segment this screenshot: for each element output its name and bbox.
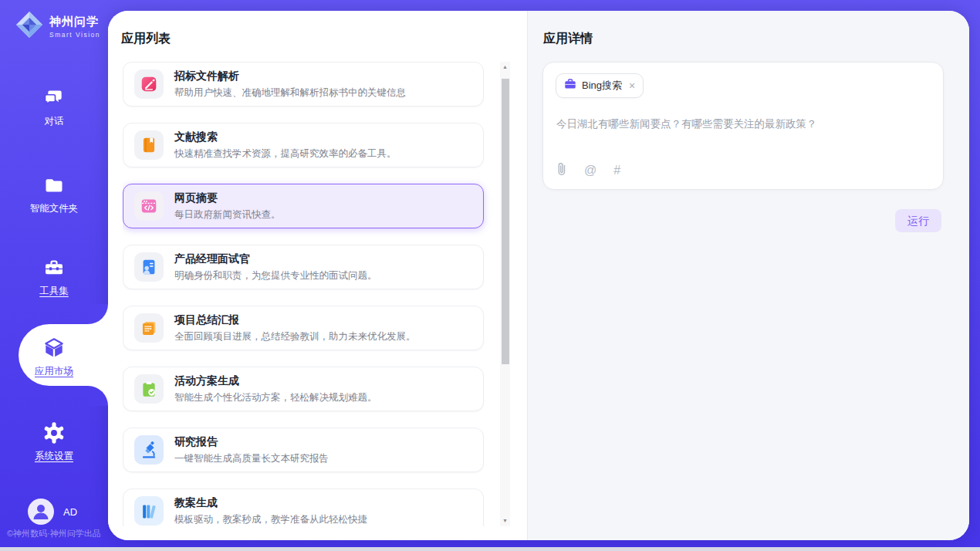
sidebar: 神州问学 Smart Vision 对话智能文件夹工具集应用市场系统设置 AD … [0,0,108,551]
app-card-description: 帮助用户快速、准确地理解和解析招标书中的关键信息 [174,86,406,100]
gear-icon [0,421,108,445]
app-card-title: 研究报告 [174,435,329,449]
browser-code-icon [134,191,164,221]
sticky-note-icon [134,313,164,343]
tool-tag-label: Bing搜索 [582,79,622,93]
app-card-description: 一键智能生成高质量长文本研究报告 [174,452,329,465]
main-content: 应用列表 招标文件解析帮助用户快速、准确地理解和解析招标书中的关键信息文献搜索快… [108,11,969,540]
run-button[interactable]: 运行 [895,209,941,232]
app-card-description: 模板驱动，教案秒成，教学准备从此轻松快捷 [174,513,367,526]
app-card-title: 教案生成 [174,496,367,510]
hash-icon[interactable]: # [613,163,620,178]
brand-subtitle: Smart Vision [49,31,100,39]
window-bottom-edge [0,547,980,551]
app-card-list: 招标文件解析帮助用户快速、准确地理解和解析招标书中的关键信息文献搜索快速精准查找… [123,62,499,526]
app-card[interactable]: 产品经理面试官明确身份和职责，为您提供专业性的面试问题。 [123,245,484,289]
sidebar-item-gear[interactable]: 系统设置 [0,421,108,463]
prompt-input-card: Bing搜索 × 今日湖北有哪些新闻要点？有哪些需要关注的最新政策？ @ # [542,62,944,190]
chat-icon [0,86,108,110]
app-list-title: 应用列表 [121,31,171,47]
microscope-icon [134,435,164,465]
app-card-description: 智能生成个性化活动方案，轻松解决规划难题。 [174,391,377,404]
briefcase-icon [564,78,576,93]
app-card[interactable]: 网页摘要每日政府新闻资讯快查。 [123,184,484,228]
app-card-title: 网页摘要 [174,191,281,205]
sidebar-item-folder[interactable]: 智能文件夹 [0,174,108,215]
app-card-title: 文献搜索 [174,130,397,144]
app-card-description: 快速精准查找学术资源，提高研究效率的必备工具。 [174,147,397,161]
mention-icon[interactable]: @ [584,163,596,178]
scroll-up-arrow[interactable]: ▲ [500,63,510,72]
avatar[interactable] [28,499,54,525]
cube-icon [0,336,108,360]
app-card[interactable]: 文献搜索快速精准查找学术资源，提高研究效率的必备工具。 [123,123,484,167]
app-detail-panel: 应用详情 Bing搜索 × 今日湖北有哪些新闻要点？有哪些需要关注的最新政策？ [527,11,969,540]
books-icon [134,496,164,526]
sidebar-item-label: 对话 [0,115,108,128]
scrollbar-thumb[interactable] [502,79,509,364]
input-toolbar: @ # [556,161,620,180]
app-card-title: 招标文件解析 [174,69,406,83]
pen-doc-icon [134,69,164,99]
query-input[interactable]: 今日湖北有哪些新闻要点？有哪些需要关注的最新政策？ [556,117,931,131]
app-card[interactable]: 研究报告一键智能生成高质量长文本研究报告 [123,428,484,472]
book-icon [134,130,164,160]
app-card[interactable]: 活动方案生成智能生成个性化活动方案，轻松解决规划难题。 [123,367,484,411]
toolbox-icon [0,256,108,279]
app-card[interactable]: 教案生成模板驱动，教案秒成，教学准备从此轻松快捷 [123,488,484,526]
user-row[interactable]: AD [28,499,77,525]
app-logo: 神州问学 Smart Vision [14,9,100,43]
app-card-title: 活动方案生成 [174,374,377,388]
sidebar-item-label: 工具集 [0,285,108,298]
app-card-description: 每日政府新闻资讯快查。 [174,208,281,221]
scrollbar[interactable]: ▲ ▼ [500,62,510,526]
tool-tag-bing-search[interactable]: Bing搜索 × [556,73,644,98]
close-icon[interactable]: × [629,79,635,92]
attachment-icon[interactable] [556,161,567,180]
sidebar-item-label: 应用市场 [0,365,108,378]
user-initials: AD [63,506,77,518]
folder-icon [0,174,108,197]
sidebar-item-label: 系统设置 [0,450,108,463]
app-detail-title: 应用详情 [543,31,593,47]
app-card-title: 产品经理面试官 [174,252,377,266]
scroll-down-arrow[interactable]: ▼ [500,516,510,526]
app-card[interactable]: 项目总结汇报全面回顾项目进展，总结经验教训，助力未来优化发展。 [123,306,484,350]
diamond-logo-icon [14,9,45,43]
app-card-description: 明确身份和职责，为您提供专业性的面试问题。 [174,269,377,282]
app-list-panel: 应用列表 招标文件解析帮助用户快速、准确地理解和解析招标书中的关键信息文献搜索快… [108,11,527,540]
copyright-footer: ©神州数码·神州问学出品 [7,528,101,539]
sidebar-item-chat[interactable]: 对话 [0,86,108,128]
sidebar-item-toolbox[interactable]: 工具集 [0,256,108,298]
app-card[interactable]: 招标文件解析帮助用户快速、准确地理解和解析招标书中的关键信息 [123,62,484,106]
resume-person-icon [134,252,164,282]
clipboard-check-icon [134,374,164,404]
brand-name: 神州问学 [49,15,100,29]
app-card-title: 项目总结汇报 [174,313,416,327]
sidebar-item-cube[interactable]: 应用市场 [0,336,108,378]
app-card-description: 全面回顾项目进展，总结经验教训，助力未来优化发展。 [174,330,416,343]
person-icon [28,499,54,525]
sidebar-item-label: 智能文件夹 [0,202,108,215]
